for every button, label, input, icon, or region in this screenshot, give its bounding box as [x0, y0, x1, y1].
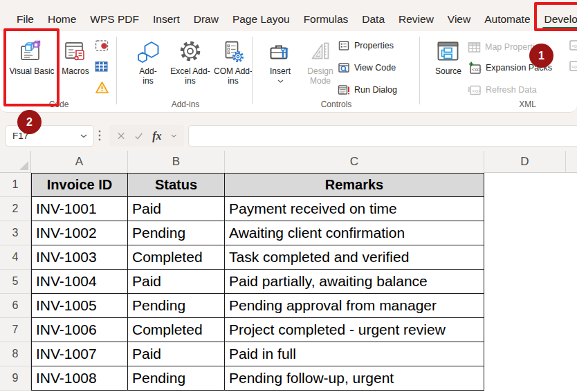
column-header-row: ABCD: [0, 151, 577, 173]
visual-basic-button[interactable]: Visual Basic 2: [7, 35, 57, 105]
cell-C7[interactable]: Project completed - urgent review: [225, 318, 484, 342]
cell-D8[interactable]: [484, 342, 566, 366]
tab-page-layou[interactable]: Page Layou: [226, 8, 297, 31]
design-mode-button[interactable]: Design Mode: [300, 35, 340, 105]
tab-formulas[interactable]: Formulas: [297, 8, 356, 31]
fx-chevron-icon[interactable]: [171, 134, 176, 138]
tab-wps-pdf[interactable]: WPS PDF: [83, 8, 146, 31]
cell-D5[interactable]: [484, 270, 566, 294]
column-header-C[interactable]: C: [225, 151, 484, 173]
cell-A7[interactable]: INV-1006: [31, 318, 128, 342]
cell-A8[interactable]: INV-1007: [31, 342, 128, 366]
tab-view[interactable]: View: [441, 8, 477, 31]
com-add-ins-button[interactable]: COM Add-ins: [213, 35, 253, 105]
cell-sliver-2: [566, 197, 577, 221]
cell-A1[interactable]: Invoice ID: [31, 173, 128, 197]
formula-controls: fx: [109, 125, 184, 147]
view-code-button[interactable]: View Code: [338, 59, 396, 77]
cell-D3[interactable]: [484, 221, 566, 245]
record-macro-button[interactable]: [94, 38, 109, 53]
cell-D2[interactable]: [484, 197, 566, 221]
row-header-2[interactable]: 2: [0, 197, 31, 221]
row-header-7[interactable]: 7: [0, 318, 31, 342]
svg-text:<o>: <o>: [571, 64, 577, 69]
row-header-1[interactable]: 1: [0, 173, 31, 197]
column-header-B[interactable]: B: [128, 151, 225, 173]
use-relative-references-button[interactable]: [94, 59, 109, 74]
cell-A4[interactable]: INV-1003: [31, 245, 128, 270]
refresh-data-button[interactable]: <o> Refresh Data: [468, 81, 537, 99]
add-ins-button[interactable]: Add-ins: [129, 35, 167, 105]
tab-file[interactable]: File: [10, 8, 41, 31]
column-header-A[interactable]: A: [31, 151, 128, 173]
name-box-chevron-icon[interactable]: [80, 134, 87, 138]
select-all-corner[interactable]: [0, 151, 31, 173]
cell-B2[interactable]: Paid: [128, 197, 225, 221]
tab-insert[interactable]: Insert: [146, 8, 187, 31]
cell-C2[interactable]: Payment received on time: [225, 197, 484, 221]
cell-B3[interactable]: Pending: [128, 221, 225, 245]
tab-automate[interactable]: Automate: [477, 8, 537, 31]
run-dialog-button[interactable]: Run Dialog: [338, 81, 397, 99]
cell-C6[interactable]: Pending approval from manager: [225, 294, 484, 318]
xml-source-button[interactable]: Source: [432, 35, 465, 105]
cell-A9[interactable]: INV-1008: [31, 366, 128, 391]
tab-data[interactable]: Data: [355, 8, 392, 31]
cell-B6[interactable]: Pending: [128, 294, 225, 318]
cell-A5[interactable]: INV-1004: [31, 270, 128, 294]
cell-C8[interactable]: Paid in full: [225, 342, 484, 366]
cell-D1[interactable]: [484, 173, 566, 197]
cell-C9[interactable]: Pending follow-up, urgent: [225, 366, 484, 391]
row-header-5[interactable]: 5: [0, 270, 31, 294]
cell-B8[interactable]: Paid: [128, 342, 225, 366]
row-header-4[interactable]: 4: [0, 245, 31, 270]
active-tab-underline: [542, 27, 577, 30]
formula-bar-input[interactable]: [188, 125, 577, 147]
cell-B9[interactable]: Pending: [128, 366, 225, 391]
cell-B7[interactable]: Completed: [128, 318, 225, 342]
cell-sliver-7: [566, 318, 577, 342]
cell-B1[interactable]: Status: [128, 173, 225, 197]
step-1-badge: 1: [529, 44, 553, 68]
properties-button[interactable]: Properties: [338, 37, 394, 55]
tab-home[interactable]: Home: [41, 8, 83, 31]
excel-add-ins-button[interactable]: Excel Add-ins: [169, 35, 212, 105]
cell-A6[interactable]: INV-1005: [31, 294, 128, 318]
group-divider: [419, 37, 420, 104]
sheet-row-4: 4INV-1003CompletedTask completed and ver…: [0, 245, 577, 270]
cell-D7[interactable]: [484, 318, 566, 342]
column-header-sliver: [566, 151, 577, 173]
cell-A3[interactable]: INV-1002: [31, 221, 128, 245]
cell-C3[interactable]: Awaiting client confirmation: [225, 221, 484, 245]
xml-source-icon: [435, 39, 461, 64]
cell-C1[interactable]: Remarks: [225, 173, 484, 197]
column-header-D[interactable]: D: [484, 151, 566, 173]
macro-security-button[interactable]: [94, 80, 109, 95]
insert-controls-button[interactable]: Insert: [264, 35, 296, 105]
tab-draw[interactable]: Draw: [187, 8, 226, 31]
import-xml-icon[interactable]: <o>: [569, 39, 577, 51]
enter-icon[interactable]: [134, 131, 143, 140]
formula-bar-drag-handle[interactable]: [98, 129, 101, 142]
macros-button[interactable]: Macros: [58, 35, 93, 105]
tab-developer[interactable]: Developer: [538, 8, 577, 31]
tab-review[interactable]: Review: [392, 8, 441, 31]
view-code-icon: [338, 62, 350, 74]
cell-D4[interactable]: [484, 245, 566, 270]
cell-B5[interactable]: Paid: [128, 270, 225, 294]
cancel-icon[interactable]: [117, 131, 125, 140]
row-header-3[interactable]: 3: [0, 221, 31, 245]
cell-C5[interactable]: Paid partially, awaiting balance: [225, 270, 484, 294]
cell-sliver-5: [566, 270, 577, 294]
cell-B4[interactable]: Completed: [128, 245, 225, 270]
cell-A2[interactable]: INV-1001: [31, 197, 128, 221]
row-header-9[interactable]: 9: [0, 366, 31, 391]
visual-basic-label: Visual Basic: [9, 66, 54, 76]
cell-D6[interactable]: [484, 294, 566, 318]
row-header-6[interactable]: 6: [0, 294, 31, 318]
insert-function-button[interactable]: fx: [152, 130, 161, 142]
cell-C4[interactable]: Task completed and verified: [225, 245, 484, 270]
cell-D9[interactable]: [484, 366, 566, 391]
export-xml-icon[interactable]: <o>: [569, 60, 577, 72]
row-header-8[interactable]: 8: [0, 342, 31, 366]
